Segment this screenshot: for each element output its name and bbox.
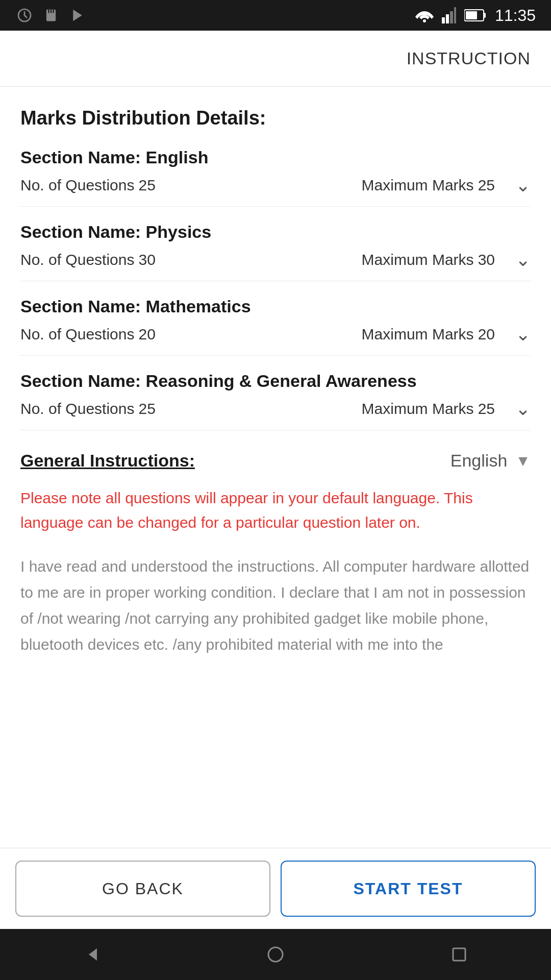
general-instructions-row: General Instructions: English ▼: [20, 451, 531, 471]
svg-rect-3: [51, 10, 52, 13]
android-nav-bar: [0, 929, 551, 980]
svg-rect-10: [454, 7, 456, 23]
language-text: English: [450, 451, 508, 471]
section-name-physics: Section Name: Physics: [20, 222, 531, 242]
svg-rect-12: [484, 13, 486, 18]
svg-rect-4: [53, 10, 54, 13]
mathematics-expand-icon[interactable]: ⌄: [515, 324, 531, 345]
marks-section-english: Section Name: English No. of Questions 2…: [20, 148, 531, 207]
svg-point-15: [268, 947, 283, 962]
bottom-nav: GO BACK START TEST: [0, 848, 551, 929]
marks-section-reasoning: Section Name: Reasoning & General Awaren…: [20, 371, 531, 430]
status-icons-right: 11:35: [415, 6, 536, 25]
language-dropdown-icon: ▼: [515, 452, 531, 470]
svg-marker-5: [73, 10, 82, 21]
main-content: Marks Distribution Details: Section Name…: [0, 87, 551, 848]
header: INSTRUCTION: [0, 31, 551, 87]
recents-nav-button[interactable]: [444, 939, 474, 970]
marks-distribution-title: Marks Distribution Details:: [20, 107, 531, 129]
battery-icon: [464, 8, 487, 22]
marks-section-mathematics: Section Name: Mathematics No. of Questio…: [20, 297, 531, 356]
language-selector[interactable]: English ▼: [450, 451, 531, 471]
reasoning-marks: Maximum Marks 25: [362, 400, 495, 418]
back-nav-button[interactable]: [77, 939, 107, 970]
sd-card-icon: [42, 6, 60, 24]
physics-questions: No. of Questions 30: [20, 251, 156, 268]
svg-rect-9: [450, 11, 453, 23]
marks-section-physics: Section Name: Physics No. of Questions 3…: [20, 222, 531, 281]
svg-rect-13: [466, 11, 477, 19]
section-name-mathematics: Section Name: Mathematics: [20, 297, 531, 316]
status-icons-left: [15, 6, 87, 24]
svg-point-6: [423, 19, 426, 22]
signal-icon: [442, 7, 456, 23]
start-test-button[interactable]: START TEST: [281, 861, 536, 917]
status-bar: 11:35: [0, 0, 551, 31]
reasoning-questions: No. of Questions 25: [20, 400, 156, 418]
declaration-text: I have read and understood the instructi…: [20, 553, 531, 657]
mathematics-questions: No. of Questions 20: [20, 326, 156, 343]
svg-rect-8: [446, 14, 449, 23]
status-time: 11:35: [495, 6, 536, 25]
page-title: INSTRUCTION: [407, 48, 531, 68]
wifi-icon: [415, 8, 434, 22]
svg-rect-16: [453, 948, 465, 961]
physics-marks: Maximum Marks 30: [362, 251, 495, 268]
section-name-reasoning: Section Name: Reasoning & General Awaren…: [20, 371, 531, 391]
notice-text: Please note all questions will appear in…: [20, 486, 531, 535]
physics-expand-icon[interactable]: ⌄: [515, 249, 531, 271]
english-expand-icon[interactable]: ⌄: [515, 175, 531, 196]
play-store-icon: [68, 6, 87, 24]
home-nav-button[interactable]: [260, 939, 291, 970]
svg-rect-7: [442, 17, 445, 23]
mathematics-marks: Maximum Marks 20: [362, 326, 495, 343]
section-name-english: Section Name: English: [20, 148, 531, 167]
english-marks: Maximum Marks 25: [362, 177, 495, 194]
svg-marker-14: [89, 948, 97, 961]
reasoning-expand-icon[interactable]: ⌄: [515, 398, 531, 420]
svg-rect-2: [48, 10, 49, 13]
english-questions: No. of Questions 25: [20, 177, 156, 194]
alarm-icon: [15, 6, 34, 24]
general-instructions-label: General Instructions:: [20, 451, 195, 471]
go-back-button[interactable]: GO BACK: [15, 861, 270, 917]
